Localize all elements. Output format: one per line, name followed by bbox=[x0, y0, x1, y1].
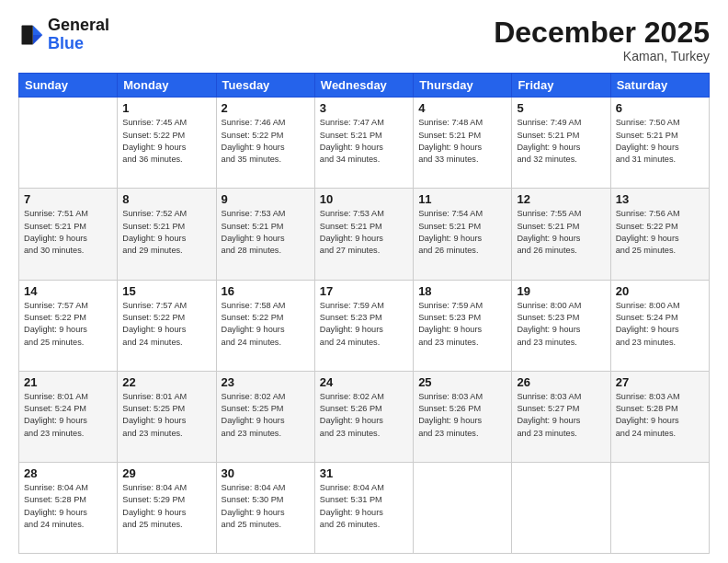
day-number: 13 bbox=[616, 192, 704, 206]
calendar-cell: 29Sunrise: 8:04 AM Sunset: 5:29 PM Dayli… bbox=[118, 462, 216, 553]
day-info: Sunrise: 8:04 AM Sunset: 5:28 PM Dayligh… bbox=[24, 482, 112, 531]
calendar-cell: 20Sunrise: 8:00 AM Sunset: 5:24 PM Dayli… bbox=[610, 280, 709, 371]
day-number: 29 bbox=[122, 466, 210, 480]
logo-icon bbox=[18, 22, 44, 48]
logo: General Blue bbox=[18, 17, 109, 53]
day-info: Sunrise: 7:59 AM Sunset: 5:23 PM Dayligh… bbox=[418, 300, 506, 349]
calendar-cell: 6Sunrise: 7:50 AM Sunset: 5:21 PM Daylig… bbox=[610, 98, 709, 189]
day-info: Sunrise: 7:47 AM Sunset: 5:21 PM Dayligh… bbox=[320, 117, 408, 166]
col-header-saturday: Saturday bbox=[610, 74, 709, 98]
calendar-cell: 8Sunrise: 7:52 AM Sunset: 5:21 PM Daylig… bbox=[118, 189, 216, 280]
calendar-cell bbox=[610, 462, 709, 553]
calendar-cell: 30Sunrise: 8:04 AM Sunset: 5:30 PM Dayli… bbox=[216, 462, 314, 553]
calendar-cell: 13Sunrise: 7:56 AM Sunset: 5:22 PM Dayli… bbox=[610, 189, 709, 280]
week-row-2: 7Sunrise: 7:51 AM Sunset: 5:21 PM Daylig… bbox=[19, 189, 710, 280]
day-info: Sunrise: 7:54 AM Sunset: 5:21 PM Dayligh… bbox=[418, 208, 506, 257]
calendar-cell: 25Sunrise: 8:03 AM Sunset: 5:26 PM Dayli… bbox=[414, 371, 512, 462]
week-row-4: 21Sunrise: 8:01 AM Sunset: 5:24 PM Dayli… bbox=[19, 371, 710, 462]
col-header-monday: Monday bbox=[118, 74, 216, 98]
day-info: Sunrise: 7:59 AM Sunset: 5:23 PM Dayligh… bbox=[320, 300, 408, 349]
day-number: 12 bbox=[517, 192, 605, 206]
day-info: Sunrise: 8:04 AM Sunset: 5:30 PM Dayligh… bbox=[222, 482, 310, 531]
calendar-cell: 23Sunrise: 8:02 AM Sunset: 5:25 PM Dayli… bbox=[216, 371, 314, 462]
day-info: Sunrise: 8:02 AM Sunset: 5:25 PM Dayligh… bbox=[222, 391, 310, 440]
day-info: Sunrise: 7:58 AM Sunset: 5:22 PM Dayligh… bbox=[222, 300, 310, 349]
day-info: Sunrise: 8:00 AM Sunset: 5:24 PM Dayligh… bbox=[616, 300, 704, 349]
day-info: Sunrise: 8:03 AM Sunset: 5:28 PM Dayligh… bbox=[616, 391, 704, 440]
day-info: Sunrise: 7:52 AM Sunset: 5:21 PM Dayligh… bbox=[122, 208, 210, 257]
day-info: Sunrise: 8:01 AM Sunset: 5:25 PM Dayligh… bbox=[122, 391, 210, 440]
day-number: 11 bbox=[418, 192, 506, 206]
day-number: 20 bbox=[616, 284, 704, 298]
calendar-cell: 22Sunrise: 8:01 AM Sunset: 5:25 PM Dayli… bbox=[118, 371, 216, 462]
calendar-cell: 15Sunrise: 7:57 AM Sunset: 5:22 PM Dayli… bbox=[118, 280, 216, 371]
day-number: 16 bbox=[222, 284, 310, 298]
location: Kaman, Turkey bbox=[494, 49, 710, 63]
day-info: Sunrise: 7:51 AM Sunset: 5:21 PM Dayligh… bbox=[24, 208, 112, 257]
logo-text: General Blue bbox=[48, 17, 109, 53]
calendar-cell bbox=[19, 98, 118, 189]
week-row-3: 14Sunrise: 7:57 AM Sunset: 5:22 PM Dayli… bbox=[19, 280, 710, 371]
day-number: 3 bbox=[320, 101, 408, 115]
day-number: 8 bbox=[122, 192, 210, 206]
calendar-cell: 11Sunrise: 7:54 AM Sunset: 5:21 PM Dayli… bbox=[414, 189, 512, 280]
day-number: 23 bbox=[222, 375, 310, 389]
day-info: Sunrise: 7:56 AM Sunset: 5:22 PM Dayligh… bbox=[616, 208, 704, 257]
day-info: Sunrise: 8:02 AM Sunset: 5:26 PM Dayligh… bbox=[320, 391, 408, 440]
day-number: 21 bbox=[24, 375, 112, 389]
header: General Blue December 2025 Kaman, Turkey bbox=[18, 17, 710, 63]
calendar-cell: 16Sunrise: 7:58 AM Sunset: 5:22 PM Dayli… bbox=[216, 280, 314, 371]
day-number: 27 bbox=[616, 375, 704, 389]
week-row-5: 28Sunrise: 8:04 AM Sunset: 5:28 PM Dayli… bbox=[19, 462, 710, 553]
day-info: Sunrise: 7:50 AM Sunset: 5:21 PM Dayligh… bbox=[616, 117, 704, 166]
calendar-cell: 31Sunrise: 8:04 AM Sunset: 5:31 PM Dayli… bbox=[314, 462, 413, 553]
day-info: Sunrise: 8:03 AM Sunset: 5:27 PM Dayligh… bbox=[517, 391, 605, 440]
calendar-cell: 4Sunrise: 7:48 AM Sunset: 5:21 PM Daylig… bbox=[414, 98, 512, 189]
day-info: Sunrise: 7:49 AM Sunset: 5:21 PM Dayligh… bbox=[517, 117, 605, 166]
day-number: 1 bbox=[122, 101, 210, 115]
day-info: Sunrise: 8:00 AM Sunset: 5:23 PM Dayligh… bbox=[517, 300, 605, 349]
calendar-cell: 12Sunrise: 7:55 AM Sunset: 5:21 PM Dayli… bbox=[512, 189, 610, 280]
day-info: Sunrise: 7:57 AM Sunset: 5:22 PM Dayligh… bbox=[122, 300, 210, 349]
day-info: Sunrise: 7:46 AM Sunset: 5:22 PM Dayligh… bbox=[222, 117, 310, 166]
calendar-cell: 10Sunrise: 7:53 AM Sunset: 5:21 PM Dayli… bbox=[314, 189, 413, 280]
day-info: Sunrise: 7:53 AM Sunset: 5:21 PM Dayligh… bbox=[222, 208, 310, 257]
day-number: 9 bbox=[222, 192, 310, 206]
day-info: Sunrise: 7:48 AM Sunset: 5:21 PM Dayligh… bbox=[418, 117, 506, 166]
col-header-wednesday: Wednesday bbox=[314, 74, 413, 98]
col-header-tuesday: Tuesday bbox=[216, 74, 314, 98]
calendar-cell: 24Sunrise: 8:02 AM Sunset: 5:26 PM Dayli… bbox=[314, 371, 413, 462]
day-number: 5 bbox=[517, 101, 605, 115]
day-number: 4 bbox=[418, 101, 506, 115]
day-number: 28 bbox=[24, 466, 112, 480]
calendar-cell: 1Sunrise: 7:45 AM Sunset: 5:22 PM Daylig… bbox=[118, 98, 216, 189]
day-number: 25 bbox=[418, 375, 506, 389]
calendar-cell: 18Sunrise: 7:59 AM Sunset: 5:23 PM Dayli… bbox=[414, 280, 512, 371]
title-block: December 2025 Kaman, Turkey bbox=[494, 17, 710, 63]
col-header-sunday: Sunday bbox=[19, 74, 118, 98]
header-row: SundayMondayTuesdayWednesdayThursdayFrid… bbox=[19, 74, 710, 98]
calendar-cell: 7Sunrise: 7:51 AM Sunset: 5:21 PM Daylig… bbox=[19, 189, 118, 280]
day-info: Sunrise: 7:45 AM Sunset: 5:22 PM Dayligh… bbox=[122, 117, 210, 166]
day-info: Sunrise: 7:57 AM Sunset: 5:22 PM Dayligh… bbox=[24, 300, 112, 349]
day-number: 15 bbox=[122, 284, 210, 298]
day-number: 7 bbox=[24, 192, 112, 206]
week-row-1: 1Sunrise: 7:45 AM Sunset: 5:22 PM Daylig… bbox=[19, 98, 710, 189]
day-number: 17 bbox=[320, 284, 408, 298]
calendar-cell: 28Sunrise: 8:04 AM Sunset: 5:28 PM Dayli… bbox=[19, 462, 118, 553]
day-number: 6 bbox=[616, 101, 704, 115]
month-title: December 2025 bbox=[494, 17, 710, 49]
day-number: 18 bbox=[418, 284, 506, 298]
day-number: 31 bbox=[320, 466, 408, 480]
logo-blue: Blue bbox=[48, 34, 84, 52]
calendar-cell: 2Sunrise: 7:46 AM Sunset: 5:22 PM Daylig… bbox=[216, 98, 314, 189]
day-number: 24 bbox=[320, 375, 408, 389]
svg-rect-2 bbox=[22, 25, 33, 44]
day-number: 19 bbox=[517, 284, 605, 298]
calendar-cell bbox=[512, 462, 610, 553]
day-info: Sunrise: 7:53 AM Sunset: 5:21 PM Dayligh… bbox=[320, 208, 408, 257]
page: General Blue December 2025 Kaman, Turkey… bbox=[0, 0, 728, 563]
col-header-friday: Friday bbox=[512, 74, 610, 98]
calendar-table: SundayMondayTuesdayWednesdayThursdayFrid… bbox=[18, 73, 710, 554]
col-header-thursday: Thursday bbox=[414, 74, 512, 98]
